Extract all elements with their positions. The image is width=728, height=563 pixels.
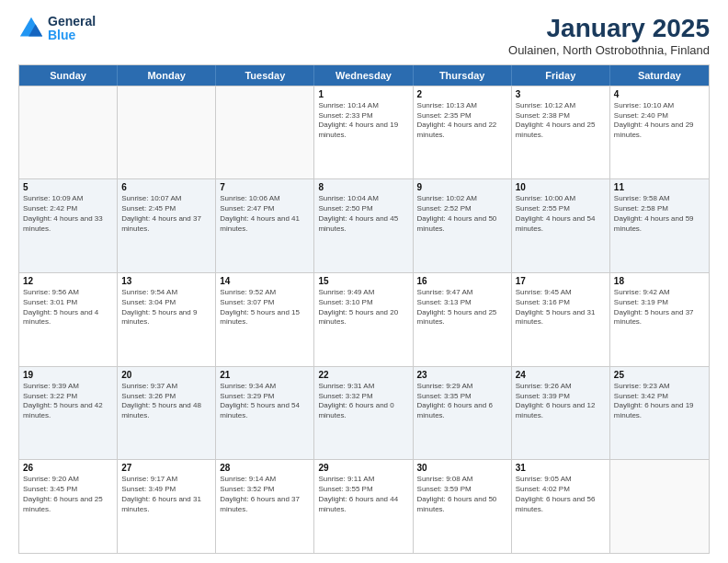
day-number: 17 xyxy=(516,276,606,286)
weekday-friday: Friday xyxy=(512,65,610,86)
day-info: Sunrise: 10:13 AM Sunset: 2:35 PM Daylig… xyxy=(417,101,507,141)
day-number: 30 xyxy=(417,463,507,473)
day-number: 8 xyxy=(318,182,408,192)
header: General Blue January 2025 Oulainen, Nort… xyxy=(18,15,710,57)
day-number: 16 xyxy=(417,276,507,286)
table-row xyxy=(118,86,216,179)
logo-general: General xyxy=(48,14,96,29)
table-row: 22Sunrise: 9:31 AM Sunset: 3:32 PM Dayli… xyxy=(314,367,413,460)
table-row: 25Sunrise: 9:23 AM Sunset: 3:42 PM Dayli… xyxy=(610,367,709,460)
day-info: Sunrise: 9:08 AM Sunset: 3:59 PM Dayligh… xyxy=(417,475,507,514)
day-number: 25 xyxy=(614,370,705,380)
day-info: Sunrise: 9:17 AM Sunset: 3:49 PM Dayligh… xyxy=(121,475,211,514)
table-row: 4Sunrise: 10:10 AM Sunset: 2:40 PM Dayli… xyxy=(610,86,709,179)
weekday-monday: Monday xyxy=(118,65,216,86)
table-row: 12Sunrise: 9:56 AM Sunset: 3:01 PM Dayli… xyxy=(19,273,118,366)
table-row: 27Sunrise: 9:17 AM Sunset: 3:49 PM Dayli… xyxy=(118,460,216,553)
day-info: Sunrise: 9:54 AM Sunset: 3:04 PM Dayligh… xyxy=(121,288,211,327)
calendar-row: 26Sunrise: 9:20 AM Sunset: 3:45 PM Dayli… xyxy=(19,459,709,553)
table-row: 6Sunrise: 10:07 AM Sunset: 2:45 PM Dayli… xyxy=(118,179,216,272)
table-row: 11Sunrise: 9:58 AM Sunset: 2:58 PM Dayli… xyxy=(610,179,709,272)
day-info: Sunrise: 10:14 AM Sunset: 2:33 PM Daylig… xyxy=(318,101,408,141)
page: General Blue January 2025 Oulainen, Nort… xyxy=(0,0,728,563)
weekday-thursday: Thursday xyxy=(414,65,512,86)
table-row: 15Sunrise: 9:49 AM Sunset: 3:10 PM Dayli… xyxy=(314,273,413,366)
day-info: Sunrise: 9:20 AM Sunset: 3:45 PM Dayligh… xyxy=(23,475,113,514)
weekday-wednesday: Wednesday xyxy=(314,65,413,86)
table-row: 7Sunrise: 10:06 AM Sunset: 2:47 PM Dayli… xyxy=(216,179,314,272)
logo-text: General Blue xyxy=(48,15,96,43)
table-row: 31Sunrise: 9:05 AM Sunset: 4:02 PM Dayli… xyxy=(512,460,610,553)
day-info: Sunrise: 10:02 AM Sunset: 2:52 PM Daylig… xyxy=(417,194,507,234)
table-row xyxy=(19,86,118,179)
day-info: Sunrise: 9:45 AM Sunset: 3:16 PM Dayligh… xyxy=(516,288,606,327)
day-number: 31 xyxy=(516,463,606,473)
calendar: Sunday Monday Tuesday Wednesday Thursday… xyxy=(18,64,710,554)
table-row xyxy=(216,86,314,179)
day-info: Sunrise: 9:49 AM Sunset: 3:10 PM Dayligh… xyxy=(318,288,408,327)
day-info: Sunrise: 9:37 AM Sunset: 3:26 PM Dayligh… xyxy=(121,382,211,421)
day-number: 12 xyxy=(23,276,113,286)
calendar-row: 12Sunrise: 9:56 AM Sunset: 3:01 PM Dayli… xyxy=(19,272,709,366)
day-info: Sunrise: 10:07 AM Sunset: 2:45 PM Daylig… xyxy=(121,194,211,234)
calendar-body: 1Sunrise: 10:14 AM Sunset: 2:33 PM Dayli… xyxy=(19,86,709,553)
table-row: 9Sunrise: 10:02 AM Sunset: 2:52 PM Dayli… xyxy=(414,179,512,272)
table-row: 26Sunrise: 9:20 AM Sunset: 3:45 PM Dayli… xyxy=(19,460,118,553)
table-row: 5Sunrise: 10:09 AM Sunset: 2:42 PM Dayli… xyxy=(19,179,118,272)
table-row: 1Sunrise: 10:14 AM Sunset: 2:33 PM Dayli… xyxy=(314,86,413,179)
day-info: Sunrise: 10:06 AM Sunset: 2:47 PM Daylig… xyxy=(220,194,310,234)
day-info: Sunrise: 9:58 AM Sunset: 2:58 PM Dayligh… xyxy=(614,194,705,234)
table-row: 19Sunrise: 9:39 AM Sunset: 3:22 PM Dayli… xyxy=(19,367,118,460)
day-number: 22 xyxy=(318,370,408,380)
table-row: 16Sunrise: 9:47 AM Sunset: 3:13 PM Dayli… xyxy=(414,273,512,366)
day-number: 29 xyxy=(318,463,408,473)
calendar-title: January 2025 xyxy=(508,15,710,43)
day-info: Sunrise: 10:04 AM Sunset: 2:50 PM Daylig… xyxy=(318,194,408,234)
table-row xyxy=(610,460,709,553)
logo-icon xyxy=(18,16,44,41)
table-row: 8Sunrise: 10:04 AM Sunset: 2:50 PM Dayli… xyxy=(314,179,413,272)
table-row: 17Sunrise: 9:45 AM Sunset: 3:16 PM Dayli… xyxy=(512,273,610,366)
day-info: Sunrise: 9:47 AM Sunset: 3:13 PM Dayligh… xyxy=(417,288,507,327)
day-number: 2 xyxy=(417,89,507,99)
weekday-tuesday: Tuesday xyxy=(216,65,314,86)
day-info: Sunrise: 10:00 AM Sunset: 2:55 PM Daylig… xyxy=(516,194,606,234)
logo-blue: Blue xyxy=(48,28,75,42)
day-number: 5 xyxy=(23,182,113,192)
table-row: 29Sunrise: 9:11 AM Sunset: 3:55 PM Dayli… xyxy=(314,460,413,553)
day-number: 10 xyxy=(516,182,606,192)
table-row: 24Sunrise: 9:26 AM Sunset: 3:39 PM Dayli… xyxy=(512,367,610,460)
day-number: 1 xyxy=(318,89,408,99)
table-row: 18Sunrise: 9:42 AM Sunset: 3:19 PM Dayli… xyxy=(610,273,709,366)
table-row: 2Sunrise: 10:13 AM Sunset: 2:35 PM Dayli… xyxy=(414,86,512,179)
day-number: 20 xyxy=(121,370,211,380)
day-number: 24 xyxy=(516,370,606,380)
day-number: 7 xyxy=(220,182,310,192)
day-number: 19 xyxy=(23,370,113,380)
day-info: Sunrise: 9:26 AM Sunset: 3:39 PM Dayligh… xyxy=(516,382,606,421)
day-number: 27 xyxy=(121,463,211,473)
day-info: Sunrise: 9:34 AM Sunset: 3:29 PM Dayligh… xyxy=(220,382,310,421)
table-row: 23Sunrise: 9:29 AM Sunset: 3:35 PM Dayli… xyxy=(414,367,512,460)
day-info: Sunrise: 9:56 AM Sunset: 3:01 PM Dayligh… xyxy=(23,288,113,327)
logo: General Blue xyxy=(18,15,96,43)
day-number: 4 xyxy=(614,89,705,99)
table-row: 10Sunrise: 10:00 AM Sunset: 2:55 PM Dayl… xyxy=(512,179,610,272)
calendar-row: 5Sunrise: 10:09 AM Sunset: 2:42 PM Dayli… xyxy=(19,178,709,272)
title-section: January 2025 Oulainen, North Ostrobothni… xyxy=(508,15,710,57)
day-number: 6 xyxy=(121,182,211,192)
table-row: 30Sunrise: 9:08 AM Sunset: 3:59 PM Dayli… xyxy=(414,460,512,553)
day-number: 13 xyxy=(121,276,211,286)
weekday-sunday: Sunday xyxy=(19,65,118,86)
weekday-saturday: Saturday xyxy=(610,65,709,86)
day-info: Sunrise: 10:12 AM Sunset: 2:38 PM Daylig… xyxy=(516,101,606,141)
calendar-subtitle: Oulainen, North Ostrobothnia, Finland xyxy=(508,43,710,57)
day-info: Sunrise: 10:09 AM Sunset: 2:42 PM Daylig… xyxy=(23,194,113,234)
calendar-row: 1Sunrise: 10:14 AM Sunset: 2:33 PM Dayli… xyxy=(19,86,709,179)
day-number: 3 xyxy=(516,89,606,99)
calendar-header: Sunday Monday Tuesday Wednesday Thursday… xyxy=(19,65,709,86)
day-number: 23 xyxy=(417,370,507,380)
table-row: 20Sunrise: 9:37 AM Sunset: 3:26 PM Dayli… xyxy=(118,367,216,460)
day-info: Sunrise: 9:14 AM Sunset: 3:52 PM Dayligh… xyxy=(220,475,310,514)
day-number: 9 xyxy=(417,182,507,192)
